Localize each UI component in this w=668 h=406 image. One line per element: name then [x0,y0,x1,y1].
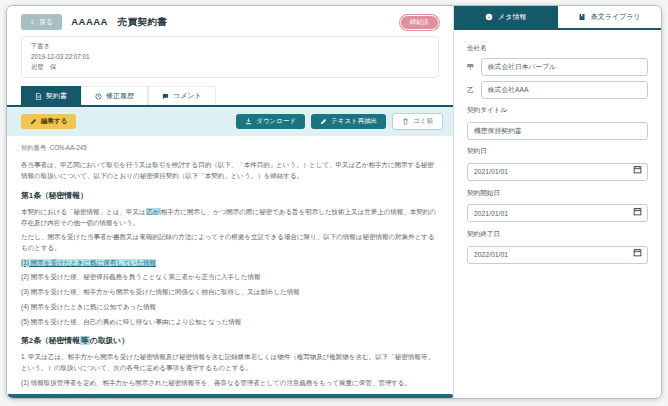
article1-paragraph: 本契約における「秘密情報」とは、甲又は乙が相手方に開示し、かつ開示の際に秘密であ… [21,207,439,228]
party-a-input[interactable] [481,58,648,76]
info-circle-icon [485,13,493,21]
article1-highlighted-text[interactable]: 乙が [146,208,161,215]
article1-heading: 第1条（秘密情報） [21,190,439,203]
pencil-icon [320,118,327,125]
clause-item: (3) 開示を受けた後、相手方から開示を受けた情報に関係なく独自に取得し、又は創… [21,287,439,298]
contract-intro-paragraph: 各当事者は、甲乙間において取引を行う又は取引を検討する目的（以下、「本件目的」と… [21,160,439,181]
article2-clause1: 1. 甲又は乙は、相手方から開示を受けた秘密情報及び秘密情報を含む記録媒体若しく… [21,352,439,373]
edit-button-label: 編集する [41,117,67,126]
article1-proviso: ただし、開示を受けた当事者が書面又は電磁的記録の方法によってその根拠を立証できる… [21,232,439,253]
contract-date-field [467,160,648,181]
start-date-field [467,202,648,223]
contract-date-label: 契約日 [467,147,648,156]
end-date-label: 契約終了日 [467,230,648,239]
document-toolbar: 編集する ダウンロード テキスト再抽出 ゴミ箱 [7,107,453,136]
tab-revision-history-label: 修正履歴 [106,91,134,101]
highlighted-clause-link[interactable]: (1) 開示を受けたときに既に保有していた情報 [21,259,156,266]
party-b-prefix: 乙 [467,85,474,95]
end-date-input[interactable] [467,246,648,264]
contract-title-label: 契約タイトル [467,106,648,115]
meta-sidebar: メタ情報 条文ライブラリ 会社名 甲 乙 契約タイトル 契約日 [453,6,661,398]
contract-header: 戻る AAAAA 売買契約書 締結済 [7,6,453,33]
clock-icon [95,93,102,100]
trash-button-label: ゴミ箱 [413,117,433,126]
company-name-label: 会社名 [467,44,648,53]
trash-button[interactable]: ゴミ箱 [392,113,443,130]
tab-revision-history[interactable]: 修正履歴 [81,86,148,105]
tab-meta-info-label: メタ情報 [498,12,526,22]
tab-comments-label: コメント [173,91,202,101]
horizontal-scrollbar[interactable] [7,394,453,398]
draft-author: 岩壁 保 [31,62,429,73]
article2-heading: 第2条（秘密情報等の取扱い） [21,335,439,348]
contract-number-label: 契約番号 [21,144,46,151]
party-b-row: 乙 [467,81,648,99]
tab-clause-library[interactable]: 条文ライブラリ [558,6,662,28]
article2-heading-post: の取扱い） [90,336,129,345]
reextract-text-button-label: テキスト再抽出 [331,117,377,126]
draft-datetime: 2019-12-03 22:07:01 [31,52,429,63]
start-date-input[interactable] [467,204,648,222]
clause-item: (5) 開示を受けた後、自己の責めに帰し得ない事由により公知となった情報 [21,317,439,328]
comment-icon [162,93,169,100]
download-icon [245,118,252,125]
sidebar-tabbar: メタ情報 条文ライブラリ [454,6,661,30]
end-date-field [467,243,648,264]
article2-heading-pre: 第2条（秘密情報 [21,336,80,345]
article1-text-pre: 本契約における「秘密情報」とは、甲又は [21,208,146,215]
trash-icon [402,118,409,125]
contract-panel: 戻る AAAAA 売買契約書 締結済 下書き 2019-12-03 22:07:… [7,6,453,398]
tab-contract[interactable]: 契約書 [21,86,81,105]
article2-highlighted-text[interactable]: 等 [80,336,90,345]
tab-clause-library-label: 条文ライブラリ [591,12,641,22]
reextract-text-button[interactable]: テキスト再抽出 [311,114,386,129]
download-button-label: ダウンロード [256,117,296,126]
document-icon [35,93,42,100]
draft-info-box: 下書き 2019-12-03 22:07:01 岩壁 保 [21,36,439,78]
contract-number: 契約番号 CON-AA-245 [21,143,439,153]
download-button[interactable]: ダウンロード [236,114,305,129]
tab-comments[interactable]: コメント [148,86,216,105]
contract-document: 契約番号 CON-AA-245 各当事者は、甲乙間において取引を行う又は取引を検… [7,136,453,394]
contract-number-value: CON-AA-245 [50,144,87,151]
party-a-prefix: 甲 [467,62,474,72]
clause-item: (1) 開示を受けたときに既に保有していた情報 [21,258,439,269]
status-badge: 締結済 [400,15,439,30]
party-a-row: 甲 [467,58,648,76]
document-tabbar: 契約書 修正履歴 コメント [7,86,453,107]
tab-meta-info[interactable]: メタ情報 [454,6,558,28]
edit-button[interactable]: 編集する [21,114,76,129]
contract-content-area: 編集する ダウンロード テキスト再抽出 ゴミ箱 契約番号 CON-AA-245 [7,107,453,398]
draft-status: 下書き [31,41,429,52]
clause-item: (2) 開示を受けた後、秘密保持義務を負うことなく第三者から正当に入手した情報 [21,272,439,283]
chevron-left-icon [30,19,36,25]
back-button[interactable]: 戻る [21,14,62,30]
tab-contract-label: 契約書 [46,91,67,101]
clause-item: (4) 開示を受けたときに既に公知であった情報 [21,302,439,313]
book-icon [578,13,586,21]
party-b-input[interactable] [481,81,648,99]
contract-date-input[interactable] [467,163,648,181]
clause-item: (1) 情報取扱管理者を定め、相手方から開示された秘密情報等を、善良なる管理者と… [21,378,439,389]
pencil-icon [30,118,37,125]
back-button-label: 戻る [39,17,53,27]
page-title: AAAAA 売買契約書 [71,16,167,29]
meta-info-form: 会社名 甲 乙 契約タイトル 契約日 契約開始日 契約終了日 [454,30,661,279]
app-window: 戻る AAAAA 売買契約書 締結済 下書き 2019-12-03 22:07:… [6,5,662,399]
start-date-label: 契約開始日 [467,189,648,198]
contract-title-input[interactable] [467,122,648,140]
